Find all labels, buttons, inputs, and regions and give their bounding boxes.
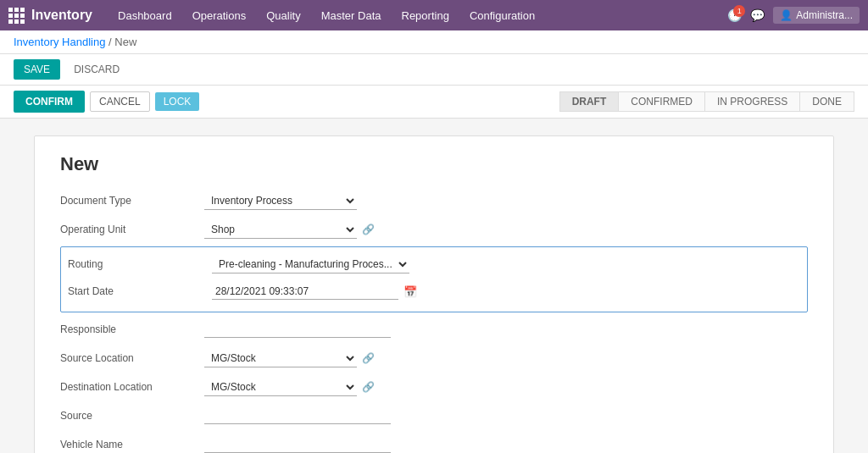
document-type-select[interactable]: Inventory Process: [204, 192, 357, 210]
navbar: Inventory Dashboard Operations Quality M…: [0, 0, 868, 30]
lock-button[interactable]: LOCK: [155, 92, 200, 111]
nav-quality[interactable]: Quality: [258, 6, 309, 25]
operating-unit-select[interactable]: Shop: [204, 221, 357, 239]
form-card: New Document Type Inventory Process Oper…: [34, 135, 834, 453]
routing-select[interactable]: Pre-cleaning - Manufacturing Proces...: [212, 256, 409, 273]
chat-button[interactable]: 💬: [750, 8, 765, 22]
discard-button[interactable]: DISCARD: [65, 59, 128, 80]
status-draft: DRAFT: [559, 91, 620, 112]
nav-reporting[interactable]: Reporting: [393, 6, 458, 25]
operating-unit-label: Operating Unit: [60, 224, 204, 235]
status-confirmed: CONFIRMED: [619, 91, 705, 112]
action-bar: SAVE DISCARD: [0, 54, 868, 86]
main-content: New Document Type Inventory Process Oper…: [0, 119, 868, 453]
user-avatar-icon: 👤: [780, 9, 793, 21]
start-date-input[interactable]: [212, 284, 398, 300]
vehicle-name-input[interactable]: [204, 437, 391, 453]
operating-unit-value: Shop 🔗: [204, 221, 808, 239]
nav-master-data[interactable]: Master Data: [313, 6, 390, 25]
routing-value: Pre-cleaning - Manufacturing Proces...: [212, 256, 800, 273]
source-value: [204, 408, 808, 424]
document-type-value: Inventory Process: [204, 192, 808, 210]
source-label: Source: [60, 410, 204, 422]
save-button[interactable]: SAVE: [14, 59, 60, 80]
status-done: DONE: [800, 91, 854, 112]
responsible-input[interactable]: [204, 322, 391, 338]
operating-unit-row: Operating Unit Shop 🔗: [60, 218, 808, 241]
nav-configuration[interactable]: Configuration: [461, 6, 543, 25]
start-date-row: Start Date 📅: [68, 279, 800, 303]
start-date-value: 📅: [212, 284, 800, 300]
status-bar: CONFIRM CANCEL LOCK DRAFT CONFIRMED IN P…: [0, 86, 868, 119]
source-row: Source: [60, 404, 808, 428]
document-type-label: Document Type: [60, 195, 204, 207]
vehicle-name-value: [204, 437, 808, 453]
responsible-label: Responsible: [60, 323, 204, 335]
source-location-value: MG/Stock 🔗: [204, 350, 808, 367]
brand[interactable]: Inventory: [8, 8, 92, 24]
source-location-label: Source Location: [60, 352, 204, 364]
status-in-progress: IN PROGRESS: [705, 91, 800, 112]
calendar-icon[interactable]: 📅: [403, 285, 417, 298]
source-location-select[interactable]: MG/Stock: [204, 350, 357, 367]
document-type-row: Document Type Inventory Process: [60, 189, 808, 213]
notification-button[interactable]: 🕐 1: [727, 8, 742, 22]
routing-group: Routing Pre-cleaning - Manufacturing Pro…: [60, 246, 808, 312]
start-date-label: Start Date: [68, 285, 212, 297]
brand-name: Inventory: [31, 8, 92, 23]
destination-location-value: MG/Stock 🔗: [204, 378, 808, 396]
routing-label: Routing: [68, 258, 212, 270]
source-location-ext-link[interactable]: 🔗: [362, 352, 375, 364]
destination-location-row: Destination Location MG/Stock 🔗: [60, 375, 808, 399]
vehicle-name-row: Vehicle Name: [60, 433, 808, 453]
form-title: New: [60, 153, 808, 175]
destination-location-select[interactable]: MG/Stock: [204, 378, 357, 396]
grid-icon: [8, 8, 25, 24]
cancel-button[interactable]: CANCEL: [90, 91, 150, 112]
nav-links: Dashboard Operations Quality Master Data…: [109, 6, 727, 25]
responsible-value: [204, 322, 808, 338]
responsible-row: Responsible: [60, 318, 808, 341]
destination-location-label: Destination Location: [60, 381, 204, 393]
source-input[interactable]: [204, 408, 391, 424]
source-location-row: Source Location MG/Stock 🔗: [60, 346, 808, 370]
routing-row: Routing Pre-cleaning - Manufacturing Pro…: [68, 252, 800, 276]
nav-dashboard[interactable]: Dashboard: [109, 6, 181, 25]
vehicle-name-label: Vehicle Name: [60, 439, 204, 450]
notification-badge: 1: [733, 5, 745, 17]
breadcrumb-parent[interactable]: Inventory Handling: [14, 36, 105, 48]
status-steps: DRAFT CONFIRMED IN PROGRESS DONE: [559, 91, 854, 112]
breadcrumb-current: New: [114, 36, 136, 48]
nav-operations[interactable]: Operations: [184, 6, 255, 25]
nav-right: 🕐 1 💬 👤 Administra...: [727, 7, 860, 24]
destination-location-ext-link[interactable]: 🔗: [362, 381, 375, 393]
breadcrumb: Inventory Handling / New: [0, 30, 868, 54]
user-menu-button[interactable]: 👤 Administra...: [773, 7, 860, 24]
user-name: Administra...: [796, 9, 853, 21]
operating-unit-ext-link[interactable]: 🔗: [362, 224, 375, 235]
confirm-button[interactable]: CONFIRM: [14, 91, 85, 113]
